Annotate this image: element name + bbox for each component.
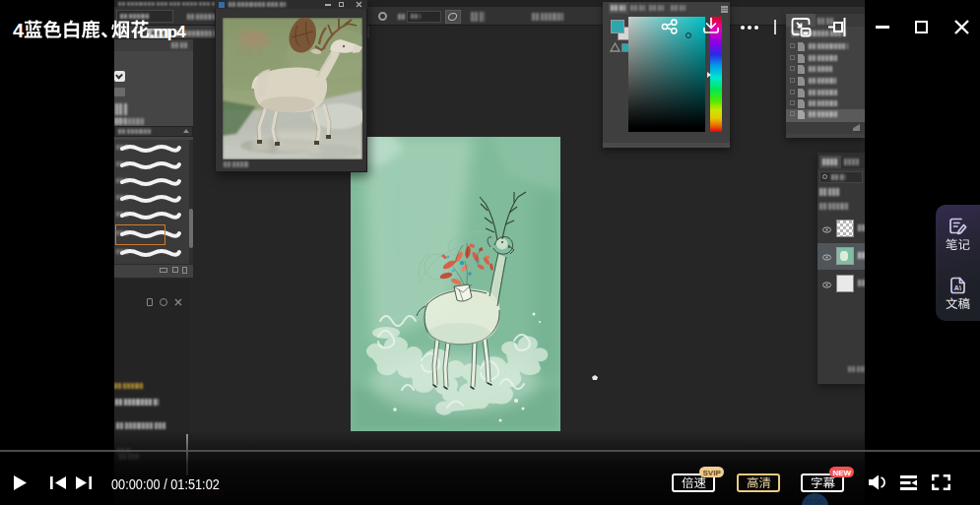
svg-text:A\: A\: [954, 284, 962, 292]
svg-text:50: 50: [226, 144, 241, 159]
